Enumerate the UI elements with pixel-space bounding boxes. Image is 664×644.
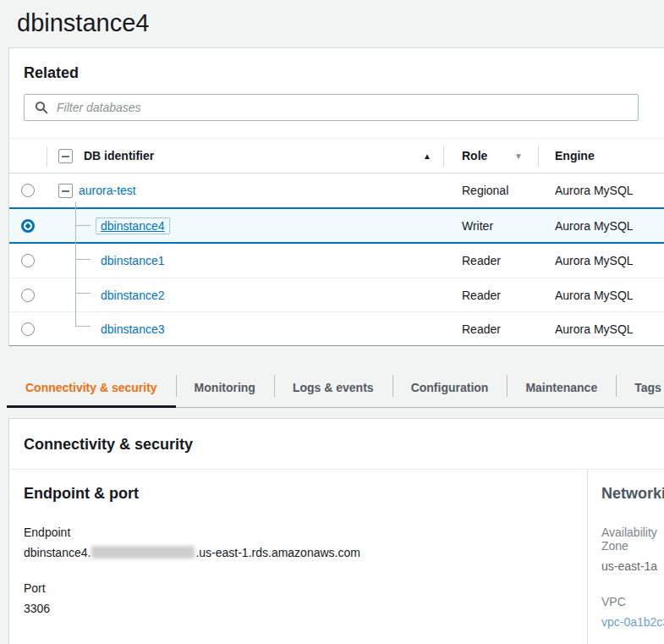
availability-zone-label: Availability Zone [601,526,664,553]
sort-ascending-icon[interactable]: ▲ [423,151,443,161]
header-cell-role[interactable]: Role ▼ [443,139,538,173]
page-title: dbinstance4 [0,0,664,36]
header-cell-db-identifier[interactable]: DB identifier ▲ [47,139,443,173]
networking-section: Networking Availability Zone us-east-1a … [587,470,664,644]
endpoint-label: Endpoint [24,526,587,539]
header-cell-engine[interactable]: Engine ▼ [538,139,664,173]
endpoint-value: dbinstance4..us-east-1.rds.amazonaws.com [24,546,587,559]
radio-unselected[interactable] [21,254,35,267]
header-cell-select [9,139,47,173]
radio-unselected[interactable] [21,289,35,302]
vpc-link[interactable]: vpc-0a1b2c3d [601,615,664,629]
endpoint-port-section: Endpoint & port Endpoint dbinstance4..us… [9,470,587,644]
role-cell: Regional [443,184,538,197]
availability-zone-value: us-east-1a [601,559,664,573]
engine-cell: Aurora MySQL [538,184,664,197]
collapse-all-icon[interactable] [58,149,73,163]
port-value: 3306 [24,602,587,615]
role-cell: Reader [443,289,538,302]
table-row-dbinstance1[interactable]: dbinstance1 Reader Aurora MySQL [9,244,664,278]
details-panel-title: Connectivity & security [24,436,664,454]
search-icon [35,101,48,114]
engine-cell: Aurora MySQL [538,254,664,267]
endpoint-port-title: Endpoint & port [24,483,587,504]
tab-logs-events[interactable]: Logs & events [274,368,392,407]
engine-cell: Aurora MySQL [538,289,664,302]
table-row-dbinstance4[interactable]: dbinstance4 Writer Aurora MySQL [9,207,664,244]
engine-cell: Aurora MySQL [538,322,664,336]
db-link-dbinstance4[interactable]: dbinstance4 [96,217,170,234]
vpc-label: VPC [601,595,664,608]
engine-cell: Aurora MySQL [538,219,664,233]
role-cell: Reader [443,322,538,336]
radio-unselected[interactable] [21,322,35,336]
collapse-cluster-icon[interactable] [58,184,73,198]
related-table: DB identifier ▲ Role ▼ Engine ▼ auro [9,138,664,345]
detail-tabs: Connectivity & security Monitoring Logs … [7,368,664,408]
table-row-dbinstance3[interactable]: dbinstance3 Reader Aurora MySQL [9,311,664,345]
related-panel-title: Related [24,63,664,82]
tab-monitoring[interactable]: Monitoring [176,368,274,407]
table-header-row: DB identifier ▲ Role ▼ Engine ▼ [9,138,664,173]
port-label: Port [24,581,587,595]
role-filter-icon[interactable]: ▼ [514,151,523,161]
db-link-dbinstance3[interactable]: dbinstance3 [101,322,165,336]
radio-unselected[interactable] [21,184,35,197]
tab-tags[interactable]: Tags [616,368,664,407]
radio-selected[interactable] [21,219,35,233]
table-row-dbinstance2[interactable]: dbinstance2 Reader Aurora MySQL [9,278,664,311]
role-cell: Writer [443,219,538,233]
tab-connectivity-security[interactable]: Connectivity & security [7,368,176,407]
tab-configuration[interactable]: Configuration [392,368,508,407]
connectivity-security-panel: Connectivity & security Endpoint & port … [8,418,664,644]
table-row-aurora-test[interactable]: aurora-test Regional Aurora MySQL [9,173,664,207]
db-link-dbinstance2[interactable]: dbinstance2 [101,289,165,302]
redacted-endpoint-segment [91,546,195,559]
related-panel: Related DB identifier ▲ Role ▼ Engine ▼ [8,47,664,346]
networking-title: Networking [601,483,664,504]
filter-databases-input[interactable] [24,94,639,121]
tab-maintenance[interactable]: Maintenance [507,368,616,407]
db-link-aurora-test[interactable]: aurora-test [79,184,136,197]
db-link-dbinstance1[interactable]: dbinstance1 [101,254,165,267]
role-cell: Reader [443,254,538,267]
